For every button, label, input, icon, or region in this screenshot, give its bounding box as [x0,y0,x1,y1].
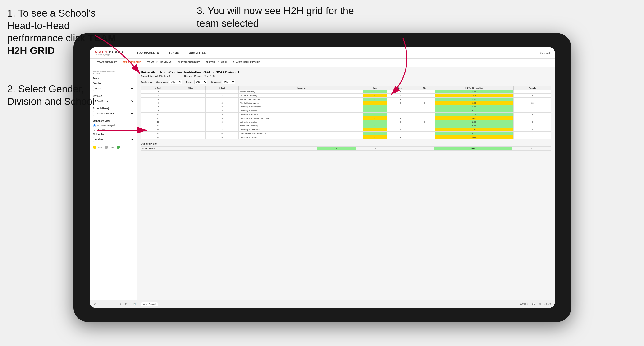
col-reg: # Reg [175,86,206,90]
top-nav: SCORE BOARD Powered by clippi TOURNAMENT… [90,47,555,59]
school-select[interactable]: 1. University of Nort... [93,111,134,116]
tab-team-h2h-heatmap[interactable]: TEAM H2H HEATMAP [145,59,174,66]
cell-opponent: University of Washington [239,105,363,109]
tab-player-summary[interactable]: PLAYER SUMMARY [175,59,202,66]
cell-win: 1 [363,109,387,113]
forward-btn[interactable]: → [110,302,115,306]
table-row: 16 3 University of Florida 3 1 0 -6.42 9 [141,135,551,139]
legend-level: Level [110,146,114,148]
cell-rank: 13 [141,124,176,128]
cell-win: 0 [363,94,387,98]
cell-rounds: 9 [514,90,551,94]
cell-reg [175,113,206,116]
cell-win: 3 [363,124,387,128]
cell-rounds: 2 [514,109,551,113]
opponents-select[interactable]: (All) [169,80,182,84]
cell-opponent: Arizona State University [239,98,363,101]
copy-btn[interactable]: ⧉ [119,302,122,306]
cell-rounds: 3 [514,105,551,109]
cell-opponent: University of Virginia [239,120,363,124]
cell-loss: 4 [386,94,414,98]
main-grid: University of North Carolina Head-to-Hea… [138,67,555,300]
cell-rounds: 9 [514,124,551,128]
cell-conf: 6 [206,116,239,120]
view-original-btn[interactable]: View: Original [141,302,158,306]
nav-committee[interactable]: COMMITTEE [187,50,207,56]
cell-conf: 3 [206,120,239,124]
tablet-screen: SCORE BOARD Powered by clippi TOURNAMENT… [90,47,555,308]
cell-rank: 3 [141,94,176,98]
opponent-select[interactable]: (All) [222,80,235,84]
layout-btn[interactable]: ⊞ [538,302,542,306]
cell-tie: 0 [414,90,435,94]
sep2 [130,302,130,306]
region-select[interactable]: (All) [194,80,208,84]
cell-tie: 0 [414,105,435,109]
colour-select[interactable]: Win/loss [93,137,134,142]
cell-win: 2 [363,90,387,94]
back-btn[interactable]: ← [104,302,108,306]
cell-tie: 0 [414,116,435,120]
filter-opponent: Opponent (All) [211,80,235,84]
tab-team-summary[interactable]: TEAM SUMMARY [95,59,119,66]
cell-reg [175,98,206,101]
cell-win: 5 [363,98,387,101]
cell-opponent: Georgia Institute of Technology [239,132,363,135]
cell-rank: 15 [141,132,176,135]
col-tie: Tie [414,86,435,90]
table-row: 14 2 University of Oklahoma 1 2 0 -1.00 … [141,128,551,132]
color-down [93,146,96,149]
cell-conf: 1 [206,124,239,128]
clock-btn[interactable]: 🕐 [132,302,137,306]
share-btn[interactable]: Share [544,302,552,306]
cell-loss: 0 [386,132,414,135]
radio-top100[interactable]: Top 100 [93,128,134,131]
cell-conf: 4 [206,132,239,135]
tab-player-h2h-grid[interactable]: PLAYER H2H GRID [203,59,230,66]
cell-loss: 0 [386,113,414,116]
redo-btn[interactable]: ↪ [98,302,102,306]
cell-opponent: Vanderbilt University [239,94,363,98]
cell-opponent: Auburn University [239,90,363,94]
tab-player-h2h-heatmap[interactable]: PLAYER H2H HEATMAP [231,59,262,66]
comment-btn[interactable]: 💬 [531,302,536,306]
cell-tie: 0 [414,132,435,135]
tab-team-h2h-grid[interactable]: TEAM H2H GRID [120,59,144,66]
cell-win: 6 [363,132,387,135]
cell-tie: 0 [414,128,435,132]
out-div-diff: 26.00 [434,147,512,151]
undo-btn[interactable]: ↩ [93,302,97,306]
cell-rank: 14 [141,128,176,132]
cell-rounds: 12 [514,101,551,105]
watch-btn[interactable]: Watch ▾ [519,302,530,306]
cell-tie: 0 [414,120,435,124]
sign-out[interactable]: | Sign out [539,52,550,54]
content-area: Last Updated: 27/03/2024 16:55:38 Team G… [90,67,555,300]
out-div-label: NCAA Division II [141,147,317,151]
cell-reg [175,124,206,128]
cell-rounds: 3 [514,120,551,124]
out-div-row: NCAA Division II 1 0 0 26.00 3 [141,147,551,151]
sub-nav: TEAM SUMMARY TEAM H2H GRID TEAM H2H HEAT… [90,59,555,67]
cell-diff: -2.29 [435,94,514,98]
filters-row: Conference Opponents: (All) Region (All) [141,80,551,84]
annotation-1-bold: TEAM H2H GRID [7,32,116,56]
paste-btn[interactable]: ⊞ [124,302,128,306]
cell-opponent: University of Oklahoma [239,128,363,132]
cell-diff: 2.29 [435,98,514,101]
annotation-3: 3. You will now see H2H grid for the tea… [197,5,363,30]
toolbar-right: Watch ▾ 💬 ⊞ Share [519,302,552,306]
out-of-division-header: Out of division [141,143,551,145]
out-div-loss: 0 [356,147,395,151]
cell-win: 1 [363,128,387,132]
cell-reg [175,120,206,124]
table-row: 10 5 University of Alabama 3 0 0 2.61 8 [141,113,551,116]
nav-teams[interactable]: TEAMS [167,50,180,56]
col-opponent: Opponent [239,86,363,90]
nav-tournaments[interactable]: TOURNAMENTS [135,50,160,56]
radio-opponents-played[interactable]: Opponents Played [93,124,134,127]
cell-win: 1 [363,105,387,109]
cell-loss: 1 [386,98,414,101]
out-div-tie: 0 [395,147,434,151]
cell-win: 3 [363,116,387,120]
